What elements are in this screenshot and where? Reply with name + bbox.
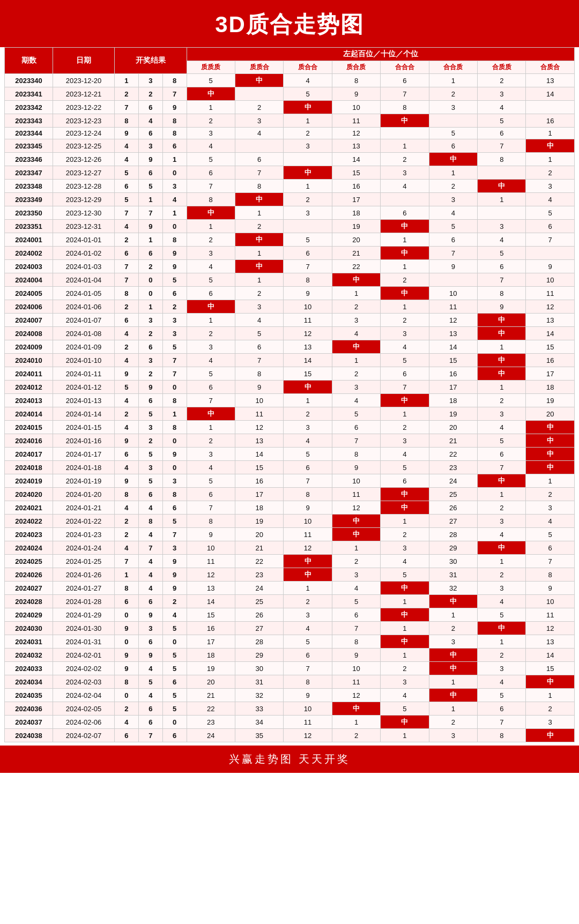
cell-date: 2024-01-01	[53, 233, 115, 247]
cell-result: 8	[162, 74, 187, 87]
cell-result: 6	[138, 394, 162, 407]
cell-result: 0	[162, 635, 187, 649]
cell-result: 0	[162, 434, 187, 448]
cell-qishu: 2024035	[5, 689, 53, 702]
sub-col-2: 质合合	[284, 61, 332, 74]
table-row: 20240322024-02-019951829691中214	[5, 649, 575, 662]
cell-qishu: 2024028	[5, 595, 53, 608]
cell-date: 2023-12-25	[53, 139, 115, 153]
cell-data: 6	[478, 448, 526, 461]
cell-date: 2024-02-04	[53, 689, 115, 702]
cell-result: 4	[115, 716, 139, 729]
cell-data: 10	[284, 300, 332, 314]
cell-data: 2	[478, 394, 526, 407]
cell-date: 2023-12-29	[53, 193, 115, 206]
cell-data: 15	[526, 340, 575, 354]
cell-date: 2024-01-13	[53, 394, 115, 407]
cell-qishu: 2024017	[5, 448, 53, 461]
cell-qishu: 2024011	[5, 367, 53, 381]
cell-result: 2	[162, 300, 187, 314]
cell-data: 1	[381, 595, 429, 608]
cell-qishu: 2023349	[5, 193, 53, 206]
cell-result: 8	[115, 582, 139, 595]
table-row: 20233502023-12-30771中1318645	[5, 206, 575, 220]
cell-data: 16	[235, 474, 283, 488]
cell-data: 1	[381, 622, 429, 635]
cell-data	[235, 87, 283, 101]
cell-data: 24	[429, 474, 477, 488]
col-date-header: 日期	[53, 48, 115, 74]
cell-data: 2	[478, 501, 526, 515]
table-row: 20240352024-02-0404521329124中51	[5, 689, 575, 702]
cell-data: 9	[332, 87, 380, 101]
cell-qishu: 2024008	[5, 327, 53, 340]
cell-data: 23	[429, 461, 477, 474]
cell-data: 7	[332, 622, 380, 635]
cell-data: 7	[478, 139, 526, 153]
table-row: 20240082024-01-0842325124313中14	[5, 327, 575, 340]
cell-data: 5	[526, 528, 575, 541]
cell-data: 中	[187, 87, 235, 101]
cell-data: 12	[332, 501, 380, 515]
cell-result: 2	[115, 515, 139, 528]
cell-result: 7	[138, 541, 162, 555]
cell-data: 10	[332, 101, 380, 114]
cell-data: 1	[332, 287, 380, 300]
cell-result: 7	[138, 729, 162, 742]
cell-result: 0	[162, 381, 187, 394]
cell-qishu: 2024020	[5, 488, 53, 501]
cell-data: 2	[478, 649, 526, 662]
cell-data: 3	[187, 128, 235, 139]
cell-data: 23	[187, 716, 235, 729]
cell-data: 2	[235, 287, 283, 300]
cell-result: 4	[138, 689, 162, 702]
cell-data: 4	[381, 340, 429, 354]
cell-data: 7	[526, 233, 575, 247]
cell-data: 8	[381, 101, 429, 114]
cell-data: 29	[235, 649, 283, 662]
cell-qishu: 2024004	[5, 273, 53, 287]
cell-data: 2	[381, 153, 429, 166]
cell-data: 13	[526, 635, 575, 649]
cell-result: 3	[162, 314, 187, 327]
cell-data: 14	[187, 595, 235, 608]
table-row: 20240362024-02-05265223310中5162	[5, 702, 575, 716]
cell-data: 中	[381, 488, 429, 501]
cell-data: 2	[381, 314, 429, 327]
cell-date: 2024-01-24	[53, 541, 115, 555]
cell-result: 3	[138, 421, 162, 434]
cell-data: 15	[429, 354, 477, 367]
cell-date: 2024-01-07	[53, 314, 115, 327]
cell-data: 3	[235, 300, 283, 314]
cell-qishu: 2024024	[5, 541, 53, 555]
cell-qishu: 2023343	[5, 114, 53, 128]
cell-data: 8	[478, 287, 526, 300]
cell-data: 3	[478, 87, 526, 101]
cell-date: 2023-12-22	[53, 101, 115, 114]
cell-data: 14	[526, 327, 575, 340]
cell-result: 7	[115, 273, 139, 287]
cell-result: 4	[138, 662, 162, 675]
cell-data: 4	[478, 675, 526, 689]
cell-data: 1	[187, 314, 235, 327]
table-row: 20240242024-01-244731021121329中6	[5, 541, 575, 555]
cell-result: 8	[138, 515, 162, 528]
cell-date: 2023-12-26	[53, 153, 115, 166]
cell-data: 4	[478, 528, 526, 541]
cell-data: 15	[332, 166, 380, 180]
cell-result: 9	[162, 448, 187, 461]
cell-data: 9	[332, 649, 380, 662]
cell-qishu: 2023344	[5, 128, 53, 139]
cell-data: 2	[332, 555, 380, 568]
cell-data: 1	[526, 474, 575, 488]
cell-data: 6	[429, 233, 477, 247]
cell-data: 14	[284, 354, 332, 367]
cell-data: 2	[284, 128, 332, 139]
cell-data: 5	[429, 220, 477, 233]
main-table: 期数 日期 开奖结果 左起百位／十位／个位 质质质 质质合 质合合 质合质 合合…	[4, 47, 575, 742]
cell-data: 1	[429, 166, 477, 180]
cell-result: 5	[162, 689, 187, 702]
table-row: 20240282024-01-286621425251中410	[5, 595, 575, 608]
cell-result: 6	[115, 729, 139, 742]
col-result-header: 开奖结果	[115, 48, 187, 74]
